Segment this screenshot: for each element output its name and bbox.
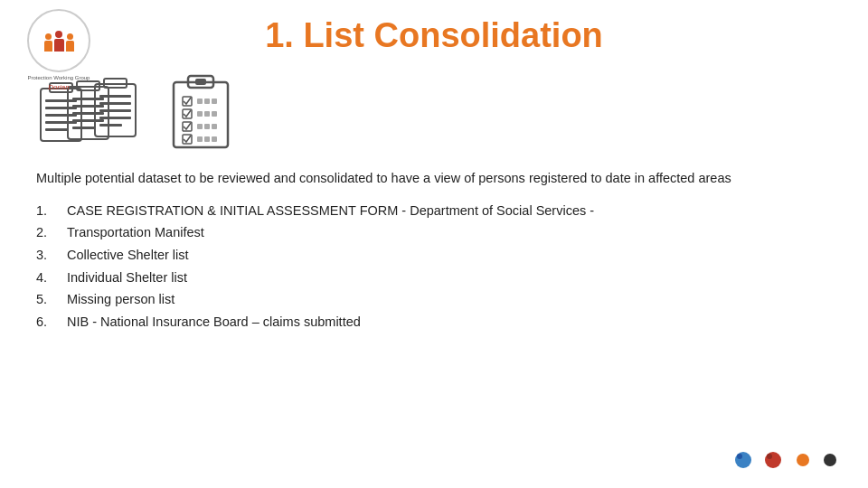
list-item-3: 3.Collective Shelter list (36, 244, 832, 267)
svg-point-43 (767, 454, 772, 459)
logo-circle (27, 9, 90, 72)
list-text: NIB - National Insurance Board – claims … (67, 311, 832, 333)
list-item-2: 2.Transportation Manifest (36, 221, 832, 244)
list-num: 4. (36, 267, 54, 289)
list-item-4: 4.Individual Shelter list (36, 267, 832, 289)
svg-rect-27 (212, 99, 217, 104)
checklist-svg (172, 71, 244, 153)
svg-rect-35 (212, 124, 217, 129)
list-num: 6. (36, 311, 54, 333)
svg-point-42 (765, 452, 781, 468)
svg-rect-20 (99, 124, 122, 127)
svg-rect-23 (195, 79, 206, 85)
list-item-1: 1.CASE REGISTRATION & INITIAL ASSESSMENT… (36, 200, 832, 222)
header: Protection Working Group Dorian 1. List … (0, 0, 868, 62)
svg-rect-31 (212, 111, 217, 117)
svg-rect-10 (72, 105, 104, 108)
svg-rect-9 (72, 98, 104, 100)
svg-rect-5 (45, 121, 77, 124)
list-text: CASE REGISTRATION & INITIAL ASSESSMENT F… (67, 200, 832, 222)
person-icon-3 (66, 33, 74, 52)
person-icon-2 (54, 31, 64, 52)
svg-rect-6 (45, 128, 68, 131)
svg-rect-18 (99, 109, 131, 112)
svg-rect-25 (197, 99, 203, 104)
list-text: Transportation Manifest (67, 221, 832, 244)
svg-point-41 (737, 454, 742, 459)
svg-rect-4 (45, 114, 77, 117)
list-num: 5. (36, 288, 54, 311)
svg-rect-3 (45, 107, 77, 109)
list-num: 3. (36, 244, 54, 267)
main-content: Multiple potential dataset to be reviewe… (0, 164, 868, 343)
svg-point-45 (824, 454, 836, 466)
footer-decorations (732, 446, 841, 474)
logo-text: Protection Working Group Dorian (28, 75, 90, 91)
svg-point-40 (735, 452, 751, 468)
svg-rect-19 (99, 117, 131, 119)
svg-rect-29 (197, 111, 203, 117)
svg-rect-38 (204, 136, 210, 142)
list-text: Individual Shelter list (67, 267, 832, 289)
logo-area: Protection Working Group Dorian (27, 9, 90, 91)
logo-people-icon (44, 31, 74, 52)
svg-rect-11 (72, 112, 104, 115)
numbered-list: 1.CASE REGISTRATION & INITIAL ASSESSMENT… (36, 200, 832, 333)
svg-rect-39 (212, 136, 217, 142)
svg-point-44 (797, 454, 809, 466)
svg-rect-26 (204, 99, 210, 104)
svg-rect-30 (204, 111, 210, 117)
person-icon-1 (44, 33, 52, 52)
svg-rect-34 (204, 124, 210, 129)
svg-rect-2 (45, 99, 77, 102)
list-item-5: 5.Missing person list (36, 288, 832, 311)
svg-rect-16 (99, 95, 131, 98)
list-text: Missing person list (67, 288, 832, 311)
list-num: 1. (36, 200, 54, 222)
svg-rect-33 (197, 124, 203, 129)
intro-text: Multiple potential dataset to be reviewe… (36, 169, 832, 189)
svg-rect-13 (72, 127, 95, 129)
list-text: Collective Shelter list (67, 244, 832, 267)
svg-rect-12 (72, 119, 104, 122)
footer-dots-svg (732, 446, 841, 474)
checklist-clipboard-icon (172, 71, 244, 156)
icons-area (0, 62, 868, 164)
list-item-6: 6.NIB - National Insurance Board – claim… (36, 311, 832, 333)
svg-rect-37 (197, 136, 203, 142)
page-title: 1. List Consolidation (36, 16, 832, 55)
svg-rect-17 (99, 102, 131, 105)
logo-subtitle: Protection Working Group (28, 75, 90, 82)
logo-dorian: Dorian (48, 83, 70, 91)
list-num: 2. (36, 221, 54, 244)
